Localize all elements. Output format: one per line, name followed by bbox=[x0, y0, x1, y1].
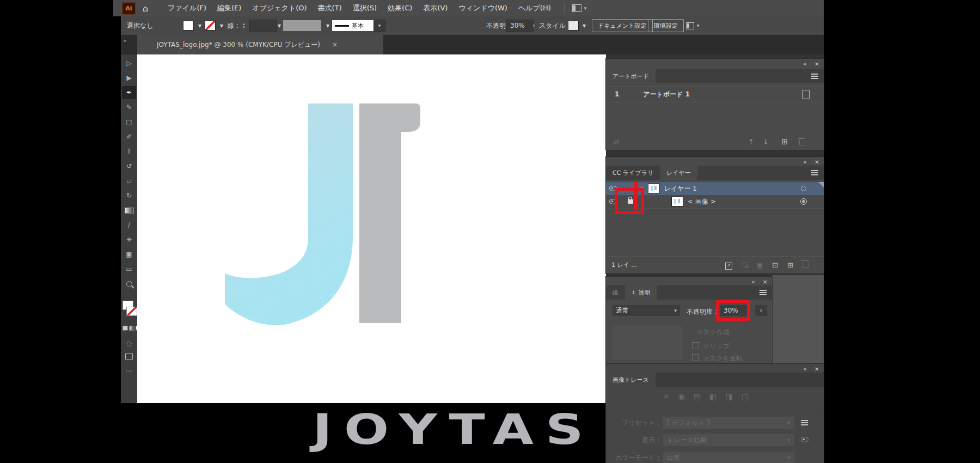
menu-item-4[interactable]: 選択(S) bbox=[347, 3, 382, 13]
menu-item-1[interactable]: 編集(E) bbox=[212, 3, 247, 13]
menu-item-8[interactable]: ヘルプ(H) bbox=[513, 3, 556, 13]
artboard-page-icon[interactable] bbox=[802, 90, 810, 99]
tab-cc-libraries[interactable]: CC ライブラリ bbox=[606, 166, 660, 180]
low-color-icon[interactable]: ▤ bbox=[694, 392, 701, 401]
rearrange-artboards-icon[interactable]: ⇄ bbox=[614, 138, 620, 146]
high-color-icon[interactable]: ◉ bbox=[678, 392, 685, 401]
graph-tool[interactable]: ▣ bbox=[122, 248, 136, 261]
stroke-weight-chevron-icon[interactable]: ▾ bbox=[278, 16, 281, 35]
layer-name[interactable]: < 画像 > bbox=[688, 197, 716, 206]
rectangle-tool[interactable]: □ bbox=[122, 115, 136, 129]
style-swatch[interactable] bbox=[568, 16, 579, 35]
eyedropper-tool[interactable]: ∕ bbox=[122, 218, 136, 232]
stroke-swatch[interactable] bbox=[205, 16, 216, 35]
minimize-panel-icon[interactable]: ↕ bbox=[632, 290, 636, 295]
close-panel-icon[interactable]: × bbox=[814, 60, 819, 68]
curvature-tool[interactable]: ✎ bbox=[122, 101, 136, 114]
menu-item-7[interactable]: ウィンドウ(W) bbox=[453, 3, 513, 13]
make-clipping-mask-icon[interactable]: ▣ bbox=[756, 261, 763, 269]
stroke-weight-field[interactable] bbox=[249, 16, 277, 35]
preferences-button[interactable]: 環境設定 bbox=[648, 16, 684, 35]
type-tool[interactable]: T bbox=[122, 145, 136, 158]
workspace-switcher-icon[interactable] bbox=[572, 4, 581, 12]
tab-layers[interactable]: レイヤー bbox=[660, 166, 697, 180]
close-panel-icon[interactable]: × bbox=[814, 365, 819, 373]
brush-definition-dropdown[interactable] bbox=[283, 16, 321, 35]
trace-row-dropdown[interactable]: [ デフォルト ]▾ bbox=[663, 417, 794, 429]
panel-menu-icon[interactable] bbox=[811, 74, 818, 79]
fill-swatch[interactable] bbox=[183, 16, 194, 35]
artboard-row[interactable]: 1 アートボード 1 bbox=[606, 87, 824, 102]
preset-menu-icon[interactable] bbox=[801, 420, 808, 425]
draw-mode-icon[interactable]: ◌ bbox=[122, 337, 136, 350]
paintbrush-tool[interactable]: ✐ bbox=[122, 130, 136, 143]
close-panel-icon[interactable]: × bbox=[814, 159, 819, 166]
new-artboard-icon[interactable]: ⊞ bbox=[781, 137, 788, 146]
collapse-panel-icon[interactable]: « bbox=[751, 278, 755, 285]
trace-row-dropdown[interactable]: トレース結果▾ bbox=[663, 434, 794, 446]
layer-target-icon[interactable] bbox=[801, 186, 806, 191]
collapse-panel-icon[interactable]: « bbox=[803, 159, 807, 166]
delete-artboard-icon[interactable] bbox=[799, 140, 805, 145]
symbol-sprayer-tool[interactable]: ✳ bbox=[122, 233, 136, 246]
document-setup-button[interactable]: ドキュメント設定 bbox=[592, 16, 653, 35]
locate-object-icon[interactable] bbox=[742, 261, 747, 269]
move-up-icon[interactable]: ↑ bbox=[748, 138, 754, 146]
menu-item-6[interactable]: 表示(V) bbox=[418, 3, 453, 13]
tab-stroke[interactable]: 線 bbox=[606, 285, 625, 300]
pen-tool[interactable]: ✒ bbox=[122, 86, 136, 99]
brush-chevron-icon[interactable]: ▾ bbox=[326, 16, 329, 35]
preview-eye-icon[interactable] bbox=[801, 436, 808, 444]
style-chevron-icon[interactable]: ▾ bbox=[583, 16, 586, 35]
move-down-icon[interactable]: ↓ bbox=[763, 138, 769, 146]
layer-name[interactable]: レイヤー 1 bbox=[664, 184, 697, 193]
collect-for-export-icon[interactable]: ↗ bbox=[725, 260, 732, 270]
tab-artboards[interactable]: アートボード bbox=[606, 69, 656, 83]
stroke-weight-stepper[interactable]: ▴▾ bbox=[243, 16, 245, 35]
gradient-button[interactable] bbox=[129, 326, 134, 331]
home-icon[interactable]: ⌂ bbox=[143, 3, 148, 14]
outline-icon[interactable]: ▢ bbox=[742, 392, 749, 401]
stroke-chevron-icon[interactable]: ▾ bbox=[220, 16, 223, 35]
eraser-tool[interactable]: ▱ bbox=[122, 174, 136, 187]
panel-menu-icon[interactable] bbox=[811, 170, 818, 175]
align-icon[interactable]: ▾ bbox=[686, 16, 700, 35]
layer-thumbnail[interactable] bbox=[671, 197, 683, 206]
fill-stroke-swatches[interactable] bbox=[122, 301, 137, 320]
close-panel-icon[interactable]: × bbox=[763, 278, 768, 285]
tools-overflow-icon[interactable]: » bbox=[123, 37, 127, 44]
fill-chevron-icon[interactable]: ▾ bbox=[198, 16, 201, 35]
menu-item-2[interactable]: オブジェクト(O) bbox=[247, 3, 312, 13]
collapse-panel-icon[interactable]: « bbox=[803, 60, 807, 68]
blend-mode-dropdown[interactable]: 通常 ▾ bbox=[612, 305, 680, 316]
menu-item-0[interactable]: ファイル(F) bbox=[162, 3, 212, 13]
tab-transparency[interactable]: ↕ 透明 bbox=[625, 285, 657, 300]
create-sublayer-icon[interactable]: ⊡ bbox=[772, 261, 778, 269]
menu-item-3[interactable]: 書式(T) bbox=[313, 3, 347, 13]
opacity-expand-button[interactable]: › bbox=[755, 305, 767, 316]
close-tab-icon[interactable]: × bbox=[332, 41, 338, 48]
layer-thumbnail[interactable] bbox=[648, 184, 660, 193]
grayscale-icon[interactable]: ◧ bbox=[709, 392, 716, 401]
opacity-field[interactable]: 30% bbox=[506, 16, 534, 35]
layer-target-icon[interactable] bbox=[800, 198, 807, 205]
tab-image-trace[interactable]: 画像トレース bbox=[606, 373, 656, 387]
black-white-icon[interactable]: ◨ bbox=[725, 392, 732, 401]
trace-row-dropdown[interactable]: 白黒▾ bbox=[663, 452, 794, 463]
illustrator-app-icon[interactable]: Ai bbox=[122, 2, 136, 15]
width-tool[interactable]: ↻ bbox=[122, 189, 136, 202]
rotate-tool[interactable]: ↺ bbox=[122, 160, 136, 173]
document-tab[interactable]: JOYTAS_logo.jpg* @ 300 % (CMYK/CPU プレビュー… bbox=[137, 35, 383, 54]
toolbar-ellipsis-icon[interactable]: … bbox=[122, 363, 136, 376]
toolbar-stroke-swatch[interactable] bbox=[126, 307, 137, 316]
color-button[interactable] bbox=[122, 326, 128, 331]
selection-tool[interactable]: ▷ bbox=[122, 57, 136, 70]
collapse-panel-icon[interactable]: « bbox=[803, 365, 807, 373]
new-layer-icon[interactable]: ⊞ bbox=[787, 261, 793, 269]
delete-layer-icon[interactable] bbox=[803, 260, 808, 270]
direct-selection-tool[interactable]: ▶ bbox=[122, 71, 136, 84]
screen-mode-icon[interactable] bbox=[122, 350, 136, 363]
menu-item-5[interactable]: 効果(C) bbox=[382, 3, 418, 13]
auto-color-icon[interactable]: ✳ bbox=[663, 392, 670, 401]
panel-menu-icon[interactable] bbox=[759, 290, 767, 295]
